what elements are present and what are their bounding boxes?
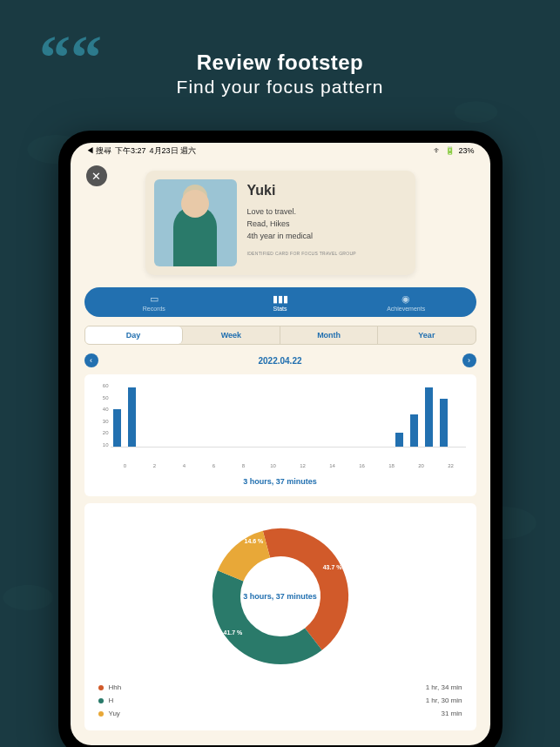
- donut-slice-label-1: 43.7 %: [323, 564, 342, 570]
- status-back: ◀ 搜尋: [86, 145, 112, 157]
- tab-stats[interactable]: ▮▮▮ Stats: [217, 293, 343, 312]
- achievements-icon: ◉: [401, 293, 410, 305]
- avatar: [154, 179, 237, 266]
- tab-stats-label: Stats: [273, 306, 287, 312]
- current-date: 2022.04.22: [258, 356, 301, 366]
- donut-slice-label-3: 14.6 %: [245, 538, 264, 544]
- tab-records[interactable]: ▭ Records: [91, 293, 218, 312]
- legend-row: H1 hr, 30 min: [95, 694, 466, 707]
- primary-tabs: ▭ Records ▮▮▮ Stats ◉ Achievements: [84, 287, 476, 317]
- profile-card: Yuki Love to travel. Read, Hikes 4th yea…: [145, 171, 415, 275]
- legend-row: Yuy31 min: [95, 707, 466, 720]
- y-axis: 605040302010: [95, 383, 109, 448]
- tablet-frame: ◀ 搜尋 下午3:27 4月23日 週六 ᯤ 🔋 23% ✕ Yuki Love…: [58, 131, 503, 747]
- bar-chart-card: 605040302010 0246810121416182022 3 hours…: [84, 374, 476, 496]
- stats-icon: ▮▮▮: [273, 293, 288, 305]
- bar-chart-summary: 3 hours, 37 minutes: [95, 477, 466, 486]
- app-screen: ◀ 搜尋 下午3:27 4月23日 週六 ᯤ 🔋 23% ✕ Yuki Love…: [71, 143, 490, 745]
- status-date: 4月23日 週六: [150, 145, 197, 157]
- donut-chart: 3 hours, 37 minutes 43.7 % 41.7 % 14.6 %: [206, 522, 354, 670]
- tab-day[interactable]: Day: [85, 326, 183, 344]
- donut-slice-label-2: 41.7 %: [224, 629, 243, 636]
- donut-legend: Hhh1 hr, 34 minH1 hr, 30 minYuy31 min: [95, 681, 466, 720]
- profile-line2: Read, Hikes: [247, 218, 407, 230]
- battery-percent: 23%: [458, 146, 474, 155]
- profile-line3: 4th year in medical: [247, 230, 407, 242]
- profile-footer: IDENTIFIED CARD FOR FOCUS TRAVEL GROUP: [247, 250, 407, 257]
- tab-week[interactable]: Week: [183, 326, 280, 344]
- donut-center-label: 3 hours, 37 minutes: [206, 522, 354, 670]
- date-navigation: ‹ 2022.04.22 ›: [84, 353, 476, 367]
- promo-headline: Review footstep Find your focus pattern: [0, 50, 560, 98]
- records-icon: ▭: [150, 293, 159, 305]
- tab-month[interactable]: Month: [280, 326, 378, 344]
- battery-icon: 🔋: [445, 146, 455, 155]
- bars-area: [111, 383, 466, 448]
- donut-chart-card: 3 hours, 37 minutes 43.7 % 41.7 % 14.6 %…: [84, 503, 476, 730]
- prev-date-button[interactable]: ‹: [84, 353, 98, 367]
- status-time: 下午3:27: [115, 145, 146, 157]
- headline-title: Review footstep: [0, 50, 560, 75]
- tab-records-label: Records: [143, 306, 165, 312]
- wifi-icon: ᯤ: [434, 146, 442, 155]
- tab-achievements-label: Achievements: [387, 306, 425, 312]
- headline-subtitle: Find your focus pattern: [0, 77, 560, 98]
- status-bar: ◀ 搜尋 下午3:27 4月23日 週六 ᯤ 🔋 23%: [71, 143, 490, 158]
- profile-name: Yuki: [247, 179, 407, 202]
- tab-achievements[interactable]: ◉ Achievements: [343, 293, 469, 312]
- profile-line1: Love to travel.: [247, 205, 407, 218]
- next-date-button[interactable]: ›: [462, 353, 476, 367]
- range-tabs: Day Week Month Year: [84, 326, 476, 345]
- legend-row: Hhh1 hr, 34 min: [95, 681, 466, 694]
- tab-year[interactable]: Year: [378, 326, 475, 344]
- x-axis: 0246810121416182022: [95, 463, 466, 468]
- close-button[interactable]: ✕: [86, 165, 107, 186]
